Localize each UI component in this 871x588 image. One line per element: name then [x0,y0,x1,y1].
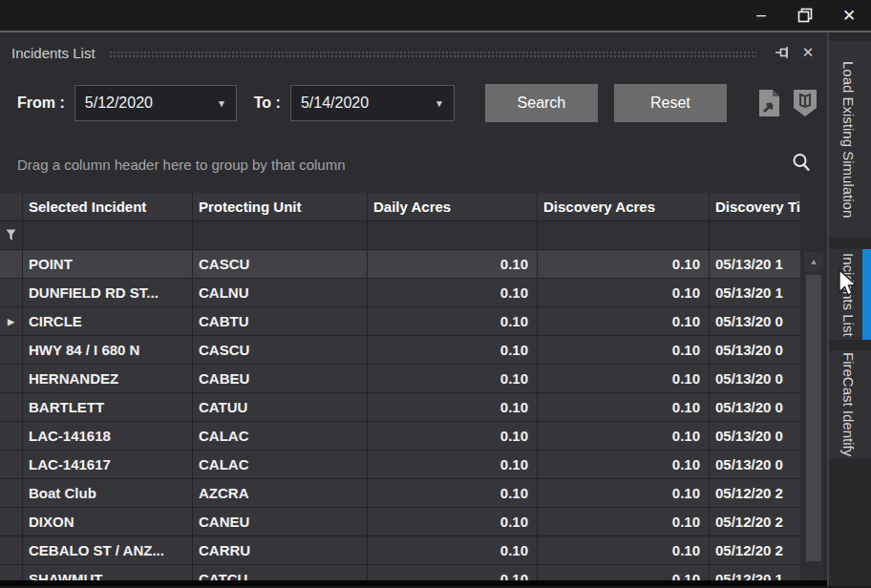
chevron-down-icon: ▼ [435,98,444,109]
cell-incident: HWY 84 / I 680 N [23,336,193,364]
search-button[interactable]: Search [485,84,598,122]
cell-discovery: 0.10 [538,536,710,564]
tab-load-existing-simulation[interactable]: Load Existing Simulation [829,41,871,238]
cell-unit: CALAC [193,422,368,450]
to-label: To : [254,94,281,112]
cell-discovery: 0.10 [538,508,710,536]
cell-incident: CEBALO ST / ANZ... [23,536,193,564]
cell-daily: 0.10 [368,250,538,278]
column-header-discovery-acres[interactable]: Discovery Acres [538,193,710,220]
scrollbar-thumb[interactable] [806,275,821,561]
table-row[interactable]: POINTCASCU0.100.1005/13/20 1 [0,250,800,279]
cell-daily: 0.10 [368,451,538,478]
group-by-bar[interactable]: Drag a column header here to group by th… [0,145,827,183]
cell-time: 05/13/20 0 [710,393,800,421]
column-header-discovery-time[interactable]: Discovery Time [710,193,800,220]
cell-incident: HERNANDEZ [23,365,193,392]
cell-incident: LAC-141617 [23,451,193,478]
cell-time: 05/13/20 1 [710,279,800,306]
cell-daily: 0.10 [368,365,538,392]
cell-daily: 0.10 [368,508,538,536]
filter-funnel-icon[interactable] [0,221,23,249]
filter-cell[interactable] [193,221,368,249]
map-icon[interactable] [791,87,819,119]
cell-time: 05/12/20 2 [710,508,800,536]
table-row[interactable]: DIXONCANEU0.100.1005/12/20 2 [0,508,800,536]
table-row[interactable]: LAC-141617CALAC0.100.1005/13/20 0 [0,451,800,479]
grid-filter-row [0,221,800,250]
from-date-value: 5/12/2020 [85,94,217,112]
row-indicator [0,479,23,507]
window-bottom-edge [0,580,827,586]
cell-incident: DIXON [23,508,193,536]
drag-grip[interactable] [109,51,756,59]
row-indicator [0,250,23,278]
row-indicator [0,508,23,536]
table-row[interactable]: DUNFIELD RD ST...CALNU0.100.1005/13/20 1 [0,279,800,307]
close-button[interactable]: ✕ [827,1,871,30]
to-date-value: 5/14/2020 [301,94,435,112]
cell-daily: 0.10 [368,422,538,450]
minimize-button[interactable]: – [739,1,783,30]
cell-discovery: 0.10 [538,451,710,478]
reset-button[interactable]: Reset [614,84,727,122]
cell-discovery: 0.10 [538,307,710,335]
row-indicator [0,536,23,564]
row-indicator [0,279,23,306]
tab-incidents-list[interactable]: Incidents List [829,249,871,340]
search-icon[interactable] [791,152,812,177]
grid-body: POINTCASCU0.100.1005/13/20 1DUNFIELD RD … [0,250,800,586]
header-indicator [0,193,23,220]
column-header-protecting-unit[interactable]: Protecting Unit [193,193,368,220]
row-indicator [0,451,23,478]
cell-time: 05/12/20 2 [710,479,800,507]
incidents-grid: Selected Incident Protecting Unit Daily … [0,193,827,586]
cell-unit: AZCRA [193,479,368,507]
table-row[interactable]: HERNANDEZCABEU0.100.1005/13/20 0 [0,365,800,393]
tab-firecast-identify[interactable]: FireCast Identify [829,351,871,458]
grid-header-row: Selected Incident Protecting Unit Daily … [0,193,800,221]
from-date-dropdown[interactable]: 5/12/2020 ▼ [74,85,237,121]
cell-time: 05/13/20 0 [710,307,800,335]
cell-daily: 0.10 [368,393,538,421]
vertical-scrollbar[interactable]: ▲ [804,252,823,586]
to-date-dropdown[interactable]: 5/14/2020 ▼ [290,85,455,121]
panel-header[interactable]: Incidents List ✕ [0,38,827,67]
row-indicator [0,422,23,450]
table-row[interactable]: BARTLETTCATUU0.100.1005/13/20 0 [0,393,800,422]
table-row[interactable]: Boat ClubAZCRA0.100.1005/12/20 2 [0,479,800,508]
export-file-icon[interactable] [754,87,783,119]
cell-unit: CABTU [193,307,368,335]
table-row[interactable]: HWY 84 / I 680 NCASCU0.100.1005/13/20 0 [0,336,800,365]
filter-cell[interactable] [710,221,800,249]
cell-unit: CABEU [193,365,368,392]
column-header-daily-acres[interactable]: Daily Acres [368,193,538,220]
cell-unit: CALNU [193,279,368,306]
cell-unit: CATUU [193,393,368,421]
filter-cell[interactable] [23,221,193,249]
pin-icon[interactable] [774,43,793,62]
cell-discovery: 0.10 [538,279,710,306]
column-header-selected-incident[interactable]: Selected Incident [23,193,193,220]
panel-close-icon[interactable]: ✕ [798,43,818,62]
cell-time: 05/13/20 0 [710,451,800,478]
scroll-up-icon[interactable]: ▲ [804,252,823,271]
chevron-down-icon: ▼ [217,98,226,109]
table-row[interactable]: LAC-141618CALAC0.100.1005/13/20 0 [0,422,800,451]
group-by-hint: Drag a column header here to group by th… [17,157,791,173]
cell-unit: CASCU [193,250,368,278]
filter-cell[interactable] [368,221,538,249]
cell-incident: LAC-141618 [23,422,193,450]
table-row[interactable]: ▶CIRCLECABTU0.100.1005/13/20 0 [0,307,800,336]
table-row[interactable]: CEBALO ST / ANZ...CARRU0.100.1005/12/20 … [0,536,800,565]
cell-unit: CANEU [193,508,368,536]
cell-discovery: 0.10 [538,365,710,392]
filter-bar: From : 5/12/2020 ▼ To : 5/14/2020 ▼ Sear… [0,84,827,122]
cell-discovery: 0.10 [538,393,710,421]
cell-daily: 0.10 [368,479,538,507]
cell-time: 05/13/20 0 [710,365,800,392]
filter-cell[interactable] [538,221,710,249]
cell-incident: POINT [23,250,193,278]
restore-icon[interactable] [783,1,827,30]
cell-discovery: 0.10 [538,250,710,278]
